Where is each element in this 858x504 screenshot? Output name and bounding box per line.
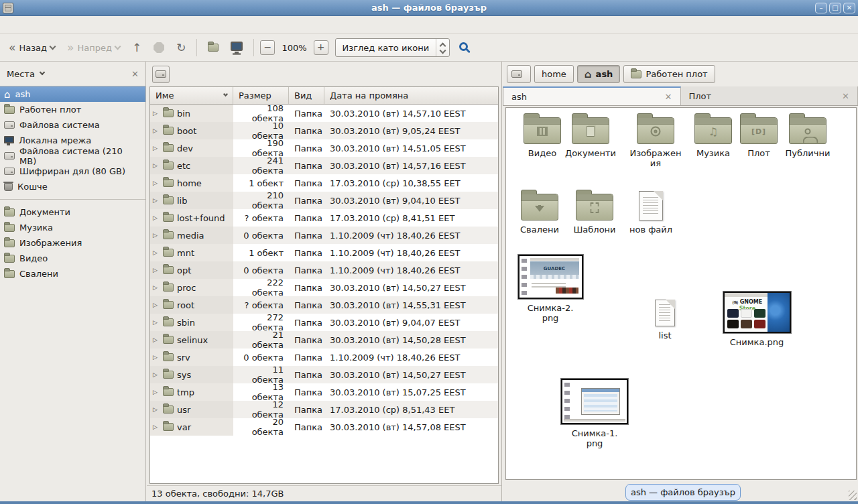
table-row[interactable]: ▷ srv 0 обекта Папка 1.10.2009 (чт) 18,4…	[150, 349, 498, 366]
sidebar-item[interactable]: Файлова система (210 MB)	[0, 148, 145, 164]
expander-icon[interactable]: ▷	[153, 127, 160, 134]
tab-close-icon[interactable]: ✕	[842, 91, 849, 101]
table-row[interactable]: ▷ usr 12 обекта Папка 17.03.2010 (ср) 8,…	[150, 401, 498, 418]
menu-item[interactable]	[72, 23, 84, 27]
table-row[interactable]: ▷ lib 210 обекта Папка 30.03.2010 (вт) 9…	[150, 192, 498, 209]
root-location-button[interactable]	[152, 66, 170, 83]
expander-icon[interactable]: ▷	[153, 302, 160, 308]
back-button[interactable]: « Назад	[4, 40, 60, 56]
image-item-snimka[interactable]: 🄖 GNOME Store Снимка.png	[694, 292, 819, 347]
table-row[interactable]: ▷ selinux 21 обекта Папка 30.03.2010 (вт…	[150, 331, 498, 349]
expander-icon[interactable]: ▷	[153, 424, 160, 430]
menu-item[interactable]	[59, 23, 71, 27]
sidebar-item[interactable]: Музика	[0, 220, 145, 235]
sidebar-item[interactable]: Свалени	[0, 266, 145, 281]
breadcrumb-button[interactable]: ⌂ ash	[577, 65, 621, 83]
window-list-tooltip[interactable]: ash — файлов браузър	[625, 484, 741, 501]
sidebar-item[interactable]: Кошче	[0, 179, 145, 194]
breadcrumb-button[interactable]: Работен плот	[623, 65, 715, 83]
table-row[interactable]: ▷ sys 11 обекта Папка 30.03.2010 (вт) 14…	[150, 366, 498, 383]
expander-icon[interactable]: ▷	[153, 354, 160, 361]
image-item-snimka1[interactable]: Снимка-1. png	[532, 379, 657, 448]
zoom-out-button[interactable]: −	[260, 40, 275, 55]
sidebar-dropdown-icon[interactable]	[40, 70, 45, 75]
table-row[interactable]: ▷ etc 241 обекта Папка 30.03.2010 (вт) 1…	[150, 157, 498, 174]
table-row[interactable]: ▷ mnt 1 обект Папка 1.10.2009 (чт) 18,40…	[150, 244, 498, 261]
image-item-snimka2[interactable]: GUADEC Снимка-2. png	[488, 255, 613, 323]
expander-icon[interactable]: ▷	[153, 145, 160, 151]
sidebar-close-icon[interactable]: ✕	[131, 69, 139, 79]
tab[interactable]: Плот ✕	[681, 86, 858, 105]
combo-spinner-icon[interactable]	[436, 39, 445, 56]
table-row[interactable]: ▷ var 20 обекта Папка 30.03.2010 (вт) 14…	[150, 418, 498, 436]
breadcrumb-button[interactable]: home	[534, 65, 574, 83]
search-icon[interactable]	[459, 42, 468, 51]
folder-item[interactable]: Свалени	[509, 190, 570, 235]
stop-button[interactable]	[149, 40, 169, 56]
sidebar-item[interactable]: Изображения	[0, 235, 145, 251]
menu-item[interactable]	[19, 23, 31, 27]
table-row[interactable]: ▷ bin 108 обекта Папка 30.03.2010 (вт) 1…	[150, 105, 498, 122]
table-row[interactable]: ▷ proc 222 обекта Папка 30.03.2010 (вт) …	[150, 279, 498, 296]
zoom-in-button[interactable]: +	[314, 40, 328, 55]
reload-button[interactable]: ↻	[172, 38, 190, 57]
file-item-new-file[interactable]: нов файл	[620, 190, 682, 235]
column-header-size[interactable]: Размер	[233, 87, 289, 104]
expander-icon[interactable]: ▷	[153, 180, 160, 186]
sidebar-item[interactable]: Документи	[0, 204, 145, 220]
up-button[interactable]: ↑	[127, 38, 146, 57]
sidebar-item[interactable]: Шифриран дял (80 GB)	[0, 164, 145, 179]
back-dropdown-icon[interactable]	[50, 43, 56, 50]
expander-icon[interactable]: ▷	[153, 267, 160, 273]
menu-item[interactable]	[32, 23, 44, 27]
folder-item[interactable]: Документи	[560, 113, 621, 158]
expander-icon[interactable]: ▷	[153, 110, 160, 117]
sidebar-item[interactable]: ⌂ ash	[0, 86, 145, 102]
table-row[interactable]: ▷ lost+found ? обекта Папка 17.03.2010 (…	[150, 209, 498, 227]
forward-dropdown-icon[interactable]	[114, 43, 121, 50]
table-row[interactable]: ▷ root ? обекта Папка 30.03.2010 (вт) 14…	[150, 296, 498, 314]
titlebar[interactable]: ash — файлов браузър – □ ✕	[0, 0, 858, 16]
expander-icon[interactable]: ▷	[153, 232, 160, 239]
table-row[interactable]: ▷ boot 10 обекта Папка 30.03.2010 (вт) 9…	[150, 122, 498, 139]
home-button[interactable]	[203, 41, 223, 54]
minimize-button[interactable]: –	[815, 3, 827, 13]
folder-item[interactable]: Публични	[777, 113, 839, 158]
menu-item[interactable]	[46, 23, 58, 27]
sidebar-item[interactable]: Видео	[0, 251, 145, 266]
expander-icon[interactable]: ▷	[153, 162, 160, 169]
tab-close-icon[interactable]: ✕	[665, 92, 672, 102]
expander-icon[interactable]: ▷	[153, 406, 160, 413]
sidebar-item[interactable]: Работен плот	[0, 102, 145, 117]
maximize-button[interactable]: □	[829, 3, 841, 13]
expander-icon[interactable]: ▷	[153, 284, 160, 291]
computer-button[interactable]	[226, 39, 247, 56]
view-mode-select[interactable]: Изглед като икони	[335, 38, 450, 57]
breadcrumb-button[interactable]	[507, 65, 531, 83]
column-header-name[interactable]: Име	[150, 87, 233, 104]
menu-item[interactable]	[5, 23, 17, 27]
expander-icon[interactable]: ▷	[153, 336, 160, 343]
sidebar-item[interactable]: Файлова система	[0, 117, 145, 133]
column-header-type[interactable]: Вид	[289, 87, 324, 104]
table-row[interactable]: ▷ sbin 272 обекта Папка 30.03.2010 (вт) …	[150, 314, 498, 331]
file-item-list[interactable]: list	[634, 300, 696, 340]
expander-icon[interactable]: ▷	[153, 197, 160, 204]
table-row[interactable]: ▷ media 0 обекта Папка 1.10.2009 (чт) 18…	[150, 227, 498, 244]
table-row[interactable]: ▷ dev 190 обекта Папка 30.03.2010 (вт) 1…	[150, 139, 498, 157]
column-header-date[interactable]: Дата на промяна	[324, 87, 498, 104]
tab[interactable]: ash ✕	[503, 86, 681, 105]
expander-icon[interactable]: ▷	[153, 249, 160, 256]
table-row[interactable]: ▷ home 1 обект Папка 17.03.2010 (ср) 10,…	[150, 174, 498, 192]
table-row[interactable]: ▷ opt 0 обекта Папка 1.10.2009 (чт) 18,4…	[150, 261, 498, 279]
expander-icon[interactable]: ▷	[153, 319, 160, 326]
folder-item[interactable]: Шаблони	[564, 190, 625, 235]
forward-button[interactable]: » Напред	[62, 40, 125, 56]
table-row[interactable]: ▷ tmp 13 обекта Папка 30.03.2010 (вт) 15…	[150, 383, 498, 401]
folder-item[interactable]: Изображен ия	[625, 113, 686, 168]
resize-grip[interactable]	[849, 491, 857, 500]
sidebar-item[interactable]	[0, 194, 145, 200]
expander-icon[interactable]: ▷	[153, 214, 160, 221]
sidebar-title[interactable]: Места	[7, 69, 35, 79]
expander-icon[interactable]: ▷	[153, 371, 160, 378]
